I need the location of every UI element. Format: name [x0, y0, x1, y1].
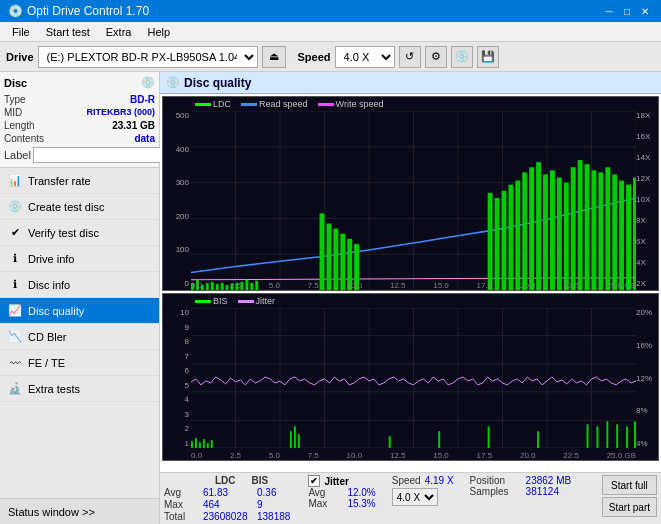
label-input[interactable] [33, 147, 166, 163]
chart-bis: BIS Jitter 10 9 8 7 6 5 4 3 [162, 293, 659, 461]
svg-rect-90 [626, 426, 628, 448]
svg-rect-85 [537, 431, 539, 448]
sidebar-item-disc-info[interactable]: ℹ Disc info [0, 272, 159, 298]
close-button[interactable]: ✕ [637, 4, 653, 18]
menubar: File Start test Extra Help [0, 22, 661, 42]
nav-label-drive-info: Drive info [28, 253, 74, 265]
svg-rect-51 [592, 170, 597, 290]
max-row: Max 464 9 [164, 499, 290, 510]
drive-select[interactable]: (E:) PLEXTOR BD-R PX-LB950SA 1.04 [38, 46, 258, 68]
charts-area: LDC Read speed Write speed 500 400 300 [160, 94, 661, 472]
jitter-header: ✔ Jitter [308, 475, 375, 487]
speed-stats: Speed 4.19 X 4.0 X [392, 475, 454, 506]
svg-rect-45 [550, 170, 555, 290]
jitter-checkbox[interactable]: ✔ [308, 475, 320, 487]
samples-row: Samples 381124 [470, 486, 572, 497]
bis-legend-color [195, 300, 211, 303]
speed-stat-select[interactable]: 4.0 X [392, 488, 438, 506]
chart1-legend: LDC Read speed Write speed [195, 99, 383, 109]
menu-help[interactable]: Help [139, 24, 178, 40]
titlebar-controls: ─ □ ✕ [601, 4, 653, 18]
type-label: Type [4, 94, 26, 105]
contents-label: Contents [4, 133, 44, 144]
sidebar-item-disc-quality[interactable]: 📈 Disc quality [0, 298, 159, 324]
minimize-button[interactable]: ─ [601, 4, 617, 18]
sidebar-item-fe-te[interactable]: 〰 FE / TE [0, 350, 159, 376]
fe-te-icon: 〰 [8, 356, 22, 370]
ldc-max-val: 464 [203, 499, 253, 510]
save-icon[interactable]: 💾 [477, 46, 499, 68]
legend-read-speed: Read speed [241, 99, 308, 109]
nav-label-disc-info: Disc info [28, 279, 70, 291]
sidebar-item-create-test-disc[interactable]: 💿 Create test disc [0, 194, 159, 220]
drive-label: Drive [6, 51, 34, 63]
settings-icon[interactable]: ⚙ [425, 46, 447, 68]
refresh-icon[interactable]: ↺ [399, 46, 421, 68]
avg-row: Avg 61.83 0.36 [164, 487, 290, 498]
svg-rect-39 [508, 185, 513, 290]
start-part-button[interactable]: Start part [602, 497, 657, 517]
quality-header-icon: 💿 [166, 76, 180, 89]
svg-rect-87 [596, 426, 598, 448]
max-label: Max [164, 499, 199, 510]
write-speed-legend-color [318, 103, 334, 106]
eject-button[interactable]: ⏏ [262, 46, 286, 68]
nav-label-fe-te: FE / TE [28, 357, 65, 369]
menu-extra[interactable]: Extra [98, 24, 140, 40]
svg-rect-81 [298, 434, 300, 448]
svg-rect-86 [587, 424, 589, 448]
jitter-label: Jitter [324, 476, 348, 487]
drive-info-icon: ℹ [8, 252, 22, 266]
sidebar-item-extra-tests[interactable]: 🔬 Extra tests [0, 376, 159, 402]
svg-rect-37 [495, 198, 500, 290]
svg-rect-91 [634, 421, 636, 448]
nav-label-transfer-rate: Transfer rate [28, 175, 91, 187]
chart2-y-right: 20% 16% 12% 8% 4% [636, 308, 658, 448]
status-window-button[interactable]: Status window >> [0, 498, 159, 524]
jitter-max-row: Max 15.3% [308, 498, 375, 509]
nav-label-verify: Verify test disc [28, 227, 99, 239]
svg-rect-83 [438, 431, 440, 448]
speed-select[interactable]: 4.0 X [335, 46, 395, 68]
nav-label-cd-bler: CD Bler [28, 331, 67, 343]
position-label: Position [470, 475, 522, 486]
svg-rect-84 [488, 426, 490, 448]
speed-label: Speed [298, 51, 331, 63]
legend-ldc: LDC [195, 99, 231, 109]
quality-title: Disc quality [184, 76, 251, 90]
svg-rect-88 [606, 421, 608, 448]
stats-empty [164, 475, 199, 486]
content-area: 💿 Disc quality LDC Read speed [160, 72, 661, 524]
maximize-button[interactable]: □ [619, 4, 635, 18]
disc-type-row: Type BD-R [4, 93, 155, 106]
menu-start-test[interactable]: Start test [38, 24, 98, 40]
samples-label: Samples [470, 486, 522, 497]
svg-rect-38 [502, 191, 507, 290]
status-window-label: Status window >> [8, 506, 95, 518]
sidebar-item-cd-bler[interactable]: 📉 CD Bler [0, 324, 159, 350]
disc-length-row: Length 23.31 GB [4, 119, 155, 132]
sidebar-item-drive-info[interactable]: ℹ Drive info [0, 246, 159, 272]
sidebar-item-transfer-rate[interactable]: 📊 Transfer rate [0, 168, 159, 194]
chart1-y-left: 500 400 300 200 100 0 [163, 111, 191, 290]
app-title: Opti Drive Control 1.70 [27, 4, 149, 18]
start-full-button[interactable]: Start full [602, 475, 657, 495]
stats-bar: LDC BIS Avg 61.83 0.36 Max 464 9 Total 2… [160, 472, 661, 524]
disc-panel-icon: 💿 [141, 76, 155, 89]
bis-col-header: BIS [252, 475, 269, 486]
svg-rect-73 [191, 441, 193, 448]
titlebar-title: 💿 Opti Drive Control 1.70 [8, 4, 149, 18]
nav-label-disc-quality: Disc quality [28, 305, 84, 317]
sidebar: Disc 💿 Type BD-R MID RITEKBR3 (000) Leng… [0, 72, 160, 524]
samples-val: 381124 [526, 486, 559, 497]
ldc-col-header: LDC [215, 475, 236, 486]
cd-bler-icon: 📉 [8, 330, 22, 344]
svg-rect-54 [612, 174, 617, 290]
disc-icon[interactable]: 💿 [451, 46, 473, 68]
disc-title: Disc [4, 77, 27, 89]
menu-file[interactable]: File [4, 24, 38, 40]
avg-label: Avg [164, 487, 199, 498]
sidebar-item-verify-test-disc[interactable]: ✔ Verify test disc [0, 220, 159, 246]
svg-rect-89 [616, 424, 618, 448]
svg-rect-41 [522, 172, 527, 290]
